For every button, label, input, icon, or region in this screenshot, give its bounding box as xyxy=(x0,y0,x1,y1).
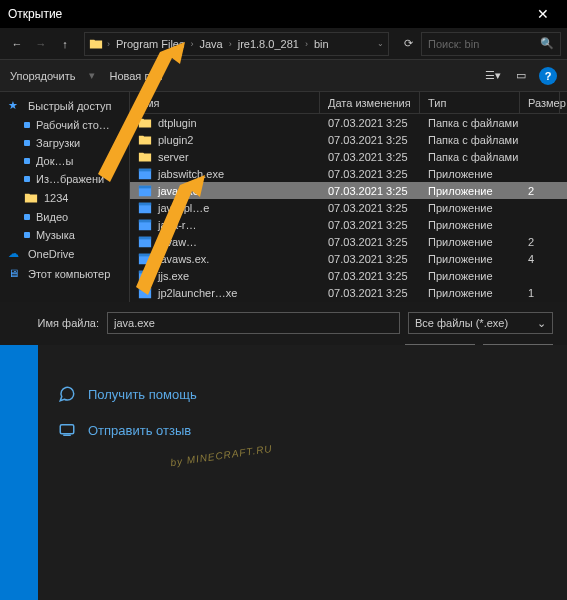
forward-icon[interactable]: → xyxy=(30,33,52,55)
svg-rect-5 xyxy=(139,202,151,205)
help-link[interactable]: Получить помощь xyxy=(58,385,547,403)
breadcrumb-item[interactable]: Java xyxy=(197,38,224,50)
file-size: 1 xyxy=(520,287,560,299)
view-list-icon[interactable]: ☰▾ xyxy=(483,67,503,85)
file-row[interactable]: jp2launcher…xe07.03.2021 3:25Приложение1 xyxy=(130,284,567,301)
file-size: 4 xyxy=(520,253,560,265)
file-open-dialog: Открытие ✕ ← → ↑ › Program Files › Java … xyxy=(0,0,567,345)
filename-label: Имя файла: xyxy=(14,317,99,329)
sidebar-label: OneDrive xyxy=(28,248,74,260)
bullet-icon xyxy=(24,158,30,164)
close-icon[interactable]: ✕ xyxy=(527,2,559,26)
newfolder-button[interactable]: Новая пап xyxy=(109,70,162,82)
file-type: Приложение xyxy=(420,270,520,282)
sidebar-label: Этот компьютер xyxy=(28,268,110,280)
svg-rect-7 xyxy=(139,219,151,222)
feedback-label: Отправить отзыв xyxy=(88,423,191,438)
search-input[interactable]: Поиск: bin 🔍 xyxy=(421,32,561,56)
file-row[interactable]: javaws.ex.07.03.2021 3:25Приложение4 xyxy=(130,250,567,267)
file-row[interactable]: java.exe07.03.2021 3:25Приложение2 xyxy=(130,182,567,199)
file-row[interactable]: javacpl…e07.03.2021 3:25Приложение xyxy=(130,199,567,216)
file-name: javaws.ex. xyxy=(158,253,209,265)
sidebar-item[interactable]: 1234 xyxy=(0,188,129,208)
sidebar-label: Быстрый доступ xyxy=(28,100,112,112)
col-size[interactable]: Размер xyxy=(520,92,560,113)
sidebar-item[interactable]: Музыка xyxy=(0,226,129,244)
view-preview-icon[interactable]: ▭ xyxy=(511,67,531,85)
sidebar-item[interactable]: 🖥Этот компьютер xyxy=(0,264,129,284)
bullet-icon xyxy=(24,214,30,220)
svg-rect-16 xyxy=(60,425,74,434)
file-date: 07.03.2021 3:25 xyxy=(320,185,420,197)
help-label: Получить помощь xyxy=(88,387,197,402)
organize-menu[interactable]: Упорядочить xyxy=(10,70,75,82)
titlebar: Открытие ✕ xyxy=(0,0,567,28)
app-icon xyxy=(138,235,152,249)
sidebar-item[interactable]: Рабочий сто… xyxy=(0,116,129,134)
app-icon xyxy=(138,269,152,283)
file-row[interactable]: server07.03.2021 3:25Папка с файлами xyxy=(130,148,567,165)
breadcrumb-item[interactable]: Program Files xyxy=(114,38,186,50)
file-type: Приложение xyxy=(420,202,520,214)
sidebar-item[interactable]: Загрузки xyxy=(0,134,129,152)
column-headers: Имя Дата изменения Тип Размер xyxy=(130,92,567,114)
chevron-right-icon: › xyxy=(229,39,232,49)
file-row[interactable]: dtplugin07.03.2021 3:25Папка с файлами xyxy=(130,114,567,131)
breadcrumb[interactable]: › Program Files › Java › jre1.8.0_281 › … xyxy=(84,32,389,56)
folder-icon xyxy=(89,37,103,51)
bullet-icon xyxy=(24,176,30,182)
file-type: Приложение xyxy=(420,168,520,180)
file-date: 07.03.2021 3:25 xyxy=(320,253,420,265)
file-row[interactable]: javaw…07.03.2021 3:25Приложение2 xyxy=(130,233,567,250)
svg-rect-13 xyxy=(139,270,151,273)
sidebar-label: Загрузки xyxy=(36,137,80,149)
back-icon[interactable]: ← xyxy=(6,33,28,55)
col-name[interactable]: Имя xyxy=(130,92,320,113)
help-icon[interactable]: ? xyxy=(539,67,557,85)
chevron-right-icon: › xyxy=(107,39,110,49)
app-icon xyxy=(138,252,152,266)
file-name: jp2launcher…xe xyxy=(158,287,238,299)
chevron-right-icon: › xyxy=(190,39,193,49)
filter-select[interactable]: Все файлы (*.exe) ⌄ xyxy=(408,312,553,334)
file-row[interactable]: plugin207.03.2021 3:25Папка с файлами xyxy=(130,131,567,148)
filter-value: Все файлы (*.exe) xyxy=(415,317,508,329)
up-icon[interactable]: ↑ xyxy=(54,33,76,55)
chevron-down-icon[interactable]: ⌄ xyxy=(377,39,384,48)
svg-rect-3 xyxy=(139,185,151,188)
file-row[interactable]: jabswitch.exe07.03.2021 3:25Приложение xyxy=(130,165,567,182)
filename-input[interactable] xyxy=(107,312,400,334)
sidebar-label: 1234 xyxy=(44,192,68,204)
sidebar-item[interactable]: Док…ы xyxy=(0,152,129,170)
file-date: 07.03.2021 3:25 xyxy=(320,151,420,163)
breadcrumb-item[interactable]: bin xyxy=(312,38,331,50)
chevron-down-icon: ⌄ xyxy=(537,317,546,330)
col-date[interactable]: Дата изменения xyxy=(320,92,420,113)
file-name: jjs.exe xyxy=(158,270,189,282)
file-size: 2 xyxy=(520,236,560,248)
file-name: jabswitch.exe xyxy=(158,168,224,180)
pc-icon: 🖥 xyxy=(8,267,22,281)
file-date: 07.03.2021 3:25 xyxy=(320,134,420,146)
file-name: dtplugin xyxy=(158,117,197,129)
file-row[interactable]: jjs.exe07.03.2021 3:25Приложение xyxy=(130,267,567,284)
bullet-icon xyxy=(24,232,30,238)
sidebar-label: Док…ы xyxy=(36,155,73,167)
breadcrumb-item[interactable]: jre1.8.0_281 xyxy=(236,38,301,50)
refresh-icon[interactable]: ⟳ xyxy=(397,37,419,50)
col-type[interactable]: Тип xyxy=(420,92,520,113)
start-strip xyxy=(0,345,38,600)
navbar: ← → ↑ › Program Files › Java › jre1.8.0_… xyxy=(0,28,567,60)
sidebar-item[interactable]: ★Быстрый доступ xyxy=(0,96,129,116)
app-icon xyxy=(138,184,152,198)
folder-icon xyxy=(138,116,152,130)
star-icon: ★ xyxy=(8,99,22,113)
sidebar-label: Рабочий сто… xyxy=(36,119,110,131)
sidebar-item[interactable]: ☁OneDrive xyxy=(0,244,129,264)
file-date: 07.03.2021 3:25 xyxy=(320,219,420,231)
file-row[interactable]: java-r…07.03.2021 3:25Приложение xyxy=(130,216,567,233)
sidebar-item[interactable]: Из…бражени xyxy=(0,170,129,188)
sidebar-label: Видео xyxy=(36,211,68,223)
sidebar-item[interactable]: Видео xyxy=(0,208,129,226)
feedback-link[interactable]: Отправить отзыв xyxy=(58,421,547,439)
